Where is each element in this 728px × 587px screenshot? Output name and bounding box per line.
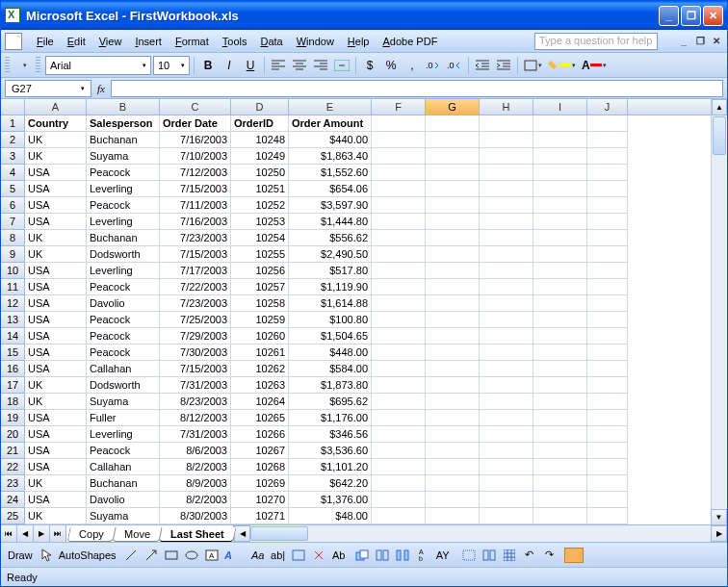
row-header[interactable]: 6 xyxy=(1,197,25,214)
close-button[interactable]: ✕ xyxy=(703,6,723,26)
cell[interactable] xyxy=(426,312,480,328)
cell[interactable] xyxy=(533,459,587,475)
cell[interactable]: 7/15/2003 xyxy=(160,361,231,377)
cell[interactable]: $48.00 xyxy=(289,508,372,524)
cell[interactable] xyxy=(533,492,587,508)
cell[interactable] xyxy=(426,508,480,524)
cell[interactable]: 10260 xyxy=(231,328,289,345)
row-header[interactable]: 24 xyxy=(1,492,25,508)
cell[interactable] xyxy=(587,410,628,426)
row-header[interactable]: 22 xyxy=(1,459,25,475)
cell[interactable]: 7/16/2003 xyxy=(160,214,231,230)
align-right-button[interactable] xyxy=(311,56,330,75)
cell[interactable]: OrderID xyxy=(231,115,289,132)
row-header[interactable]: 8 xyxy=(1,230,25,246)
wordart-shape-icon[interactable]: Ab xyxy=(330,547,348,564)
cell[interactable]: 7/15/2003 xyxy=(160,246,231,263)
cell[interactable]: Order Date xyxy=(160,115,231,132)
cell[interactable]: $3,536.60 xyxy=(289,443,372,459)
menu-window[interactable]: Window xyxy=(290,34,341,49)
cell[interactable] xyxy=(533,377,587,394)
cell[interactable]: Peacock xyxy=(87,345,160,361)
cell[interactable] xyxy=(533,181,587,197)
scroll-thumb[interactable] xyxy=(713,116,726,155)
cell[interactable]: USA xyxy=(25,492,87,508)
increase-decimal-button[interactable]: .0 xyxy=(424,56,443,75)
cell[interactable] xyxy=(372,165,426,181)
cell[interactable] xyxy=(533,295,587,312)
cell[interactable] xyxy=(480,345,533,361)
draw-menu[interactable]: Draw xyxy=(8,547,33,564)
cell[interactable] xyxy=(587,263,628,279)
cell[interactable] xyxy=(372,115,426,132)
column-header-C[interactable]: C xyxy=(160,99,231,115)
cell[interactable] xyxy=(372,361,426,377)
cell[interactable]: $1,504.65 xyxy=(289,328,372,345)
cell[interactable]: 10270 xyxy=(231,492,289,508)
cell[interactable] xyxy=(372,345,426,361)
cell[interactable]: $1,101.20 xyxy=(289,459,372,475)
cell[interactable] xyxy=(587,459,628,475)
cell[interactable]: USA xyxy=(25,263,87,279)
row-header[interactable]: 12 xyxy=(1,295,25,312)
cell[interactable] xyxy=(426,443,480,459)
menu-help[interactable]: Help xyxy=(341,34,377,49)
edit-text-icon[interactable]: ab| xyxy=(270,547,287,564)
cell[interactable] xyxy=(426,246,480,263)
cell[interactable] xyxy=(587,377,628,394)
cell[interactable] xyxy=(480,148,533,165)
cell[interactable] xyxy=(587,230,628,246)
decrease-indent-button[interactable] xyxy=(473,56,492,75)
column-header-A[interactable]: A xyxy=(25,99,87,115)
cell[interactable] xyxy=(426,148,480,165)
scroll-left-icon[interactable]: ◀ xyxy=(234,525,250,542)
name-box[interactable]: G27▾ xyxy=(5,80,91,97)
same-height-icon[interactable] xyxy=(374,547,391,564)
row-header[interactable]: 2 xyxy=(1,132,25,148)
cell[interactable]: USA xyxy=(25,279,87,295)
cell[interactable]: 10262 xyxy=(231,361,289,377)
vertical-scrollbar[interactable]: ▲ ▼ xyxy=(711,99,727,524)
column-header-F[interactable]: F xyxy=(372,99,426,115)
cell[interactable] xyxy=(533,394,587,410)
cell[interactable]: 8/30/2003 xyxy=(160,508,231,524)
cell[interactable]: Salesperson xyxy=(87,115,160,132)
cell[interactable] xyxy=(372,377,426,394)
cell[interactable]: UK xyxy=(25,377,87,394)
cell[interactable]: $3,597.90 xyxy=(289,197,372,214)
cell[interactable] xyxy=(480,377,533,394)
underline-button[interactable]: U xyxy=(241,56,260,75)
cell[interactable] xyxy=(480,214,533,230)
cell[interactable]: $517.80 xyxy=(289,263,372,279)
help-dropdown-icon[interactable] xyxy=(661,35,674,48)
cell[interactable]: UK xyxy=(25,230,87,246)
cell[interactable] xyxy=(372,214,426,230)
cell[interactable]: 10259 xyxy=(231,312,289,328)
decrease-decimal-button[interactable]: .0 xyxy=(445,56,464,75)
cell[interactable]: USA xyxy=(25,181,87,197)
cell[interactable]: 10254 xyxy=(231,230,289,246)
cell[interactable]: USA xyxy=(25,295,87,312)
insert-wordart-icon[interactable]: A xyxy=(223,547,241,564)
cell[interactable]: 10269 xyxy=(231,475,289,492)
group-icon[interactable] xyxy=(460,547,478,564)
cell[interactable]: 7/11/2003 xyxy=(160,197,231,214)
cell[interactable]: $1,873.80 xyxy=(289,377,372,394)
menu-file[interactable]: File xyxy=(30,34,61,49)
cell[interactable] xyxy=(372,508,426,524)
cell[interactable]: $2,490.50 xyxy=(289,246,372,263)
cell[interactable] xyxy=(533,443,587,459)
cell[interactable]: 8/23/2003 xyxy=(160,394,231,410)
row-header[interactable]: 19 xyxy=(1,410,25,426)
cell[interactable]: UK xyxy=(25,394,87,410)
wordart-aa-icon[interactable]: Aa xyxy=(249,547,267,564)
column-header-H[interactable]: H xyxy=(480,99,533,115)
column-header-E[interactable]: E xyxy=(289,99,372,115)
cell[interactable]: 7/30/2003 xyxy=(160,345,231,361)
cell[interactable]: $100.80 xyxy=(289,312,372,328)
cell[interactable]: 10268 xyxy=(231,459,289,475)
cell[interactable] xyxy=(480,410,533,426)
menu-adobe-pdf[interactable]: Adobe PDF xyxy=(376,34,444,49)
cell[interactable] xyxy=(587,295,628,312)
cell[interactable]: Dodsworth xyxy=(87,246,160,263)
